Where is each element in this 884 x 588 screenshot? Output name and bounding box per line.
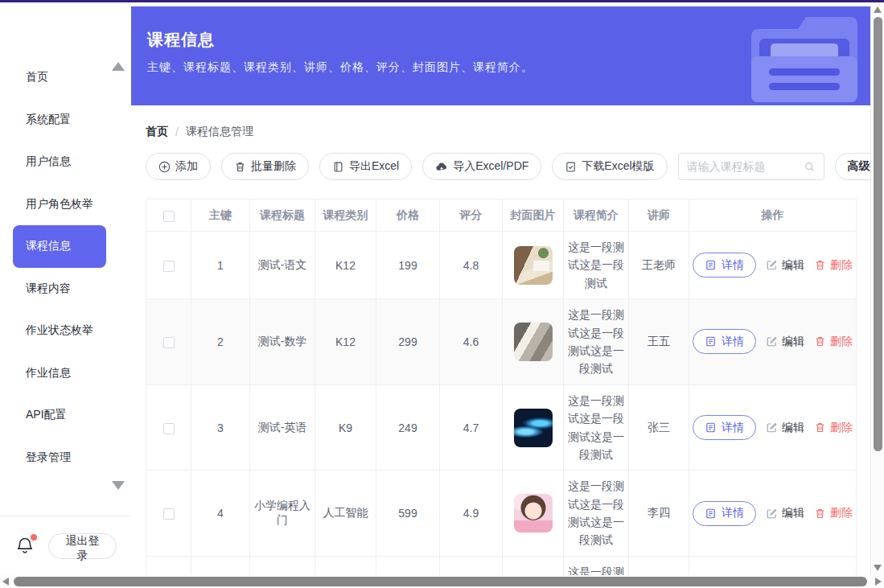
table-row: 3 测试-英语 K9 249 4.7 这是一段测试这是一段测试这是一段测试 张三… — [146, 384, 857, 471]
cell-course-title: 测试-政治 — [250, 556, 315, 575]
column-header: 价格 — [376, 199, 440, 232]
row-checkbox[interactable] — [163, 423, 175, 434]
sidebar-item-label: 课程内容 — [26, 282, 71, 296]
table-row: 4 小学编程入门 人工智能 599 4.9 这是一段测试这是一段测试这是一段测试… — [146, 471, 857, 557]
row-actions: 详情 编辑 删除 — [692, 501, 853, 526]
sidebar-item-label: 登录管理 — [26, 450, 71, 465]
folder-icon — [746, 12, 862, 105]
cell-price: 199 — [376, 232, 440, 299]
export-excel-button[interactable]: 导出Excel — [319, 153, 412, 180]
delete-button[interactable]: 删除 — [814, 335, 853, 349]
trash-icon — [814, 335, 826, 347]
sidebar-item-label: API配置 — [26, 408, 67, 422]
table-row: 2 测试-数学 K12 299 4.6 这是一段测试这是一段测试这是一段测试 王… — [146, 299, 857, 385]
cell-price: 299 — [376, 299, 440, 385]
sidebar-item-作业状态枚举[interactable]: 作业状态枚举 — [0, 310, 131, 352]
search-icon[interactable] — [804, 161, 816, 173]
advanced-search-button[interactable]: 高级搜索 — [835, 153, 870, 180]
sidebar-scroll-down-icon[interactable] — [112, 481, 125, 490]
row-checkbox[interactable] — [163, 508, 175, 520]
table-row: 1 测试-语文 K12 199 4.8 这是一段测试这是一段测试 王老师 详情 … — [146, 232, 857, 299]
document-lines-icon — [705, 259, 717, 271]
sidebar-item-label: 用户角色枚举 — [26, 197, 93, 212]
delete-button[interactable]: 删除 — [814, 421, 853, 435]
add-button[interactable]: 添加 — [146, 153, 211, 180]
cell-category: K12 — [315, 232, 376, 299]
horizontal-scrollbar-thumb[interactable] — [14, 577, 867, 586]
detail-button[interactable]: 详情 — [693, 253, 756, 278]
document-check-icon — [565, 161, 577, 173]
sidebar-item-课程信息[interactable]: 课程信息 — [13, 225, 106, 268]
notification-bell-icon[interactable] — [14, 535, 35, 557]
cell-course-title: 测试-语文 — [250, 232, 315, 299]
detail-button[interactable]: 详情 — [693, 415, 756, 440]
course-table: 主键课程标题课程类别价格评分封面图片课程简介讲师操作 1 测试-语文 K12 1… — [146, 199, 857, 575]
row-actions: 详情 编辑 删除 — [692, 329, 853, 354]
document-lines-icon — [705, 508, 717, 520]
notification-dot — [31, 534, 37, 541]
column-header: 操作 — [689, 199, 857, 232]
edit-button[interactable]: 编辑 — [766, 506, 804, 520]
vertical-scrollbar-thumb[interactable] — [874, 17, 882, 451]
sidebar-item-用户信息[interactable]: 用户信息 — [0, 141, 131, 183]
edit-button[interactable]: 编辑 — [766, 258, 804, 273]
trash-icon — [814, 421, 826, 434]
download-template-button[interactable]: 下载Excel模版 — [552, 153, 667, 180]
cover-image — [514, 323, 553, 361]
breadcrumb: 首页 / 课程信息管理 — [146, 125, 856, 139]
select-all-checkbox[interactable] — [163, 211, 175, 222]
vertical-scrollbar[interactable] — [870, 2, 884, 575]
sidebar-item-系统配置[interactable]: 系统配置 — [0, 99, 131, 142]
sidebar-item-作业信息[interactable]: 作业信息 — [0, 352, 131, 395]
window-top-border — [0, 0, 884, 2]
scroll-right-arrow-icon[interactable] — [875, 578, 882, 586]
row-actions: 详情 编辑 删除 — [692, 415, 853, 440]
sidebar-scroll-up-icon[interactable] — [112, 62, 125, 71]
column-header: 评分 — [440, 199, 503, 232]
row-actions: 详情 编辑 删除 — [692, 253, 853, 278]
cell-teacher: 王老师 — [629, 232, 689, 299]
cell-id: 3 — [191, 384, 250, 471]
cell-price: 249 — [376, 384, 440, 471]
search-input[interactable] — [687, 160, 804, 173]
column-header: 讲师 — [629, 199, 689, 232]
cell-rating: 4.6 — [440, 299, 503, 385]
sidebar-item-课程内容[interactable]: 课程内容 — [0, 268, 131, 310]
row-checkbox[interactable] — [163, 337, 175, 348]
breadcrumb-home[interactable]: 首页 — [146, 125, 168, 139]
edit-button[interactable]: 编辑 — [766, 421, 804, 435]
horizontal-scrollbar[interactable] — [0, 575, 884, 588]
cell-rating: 4.5 — [440, 556, 503, 575]
cover-image — [514, 246, 553, 285]
detail-button[interactable]: 详情 — [693, 329, 756, 354]
batch-delete-button[interactable]: 批量删除 — [221, 153, 309, 180]
sidebar-item-用户角色枚举[interactable]: 用户角色枚举 — [0, 183, 131, 226]
scroll-up-arrow-icon[interactable] — [874, 6, 882, 13]
cell-teacher: 王五 — [629, 299, 689, 385]
sidebar-item-登录管理[interactable]: 登录管理 — [0, 437, 131, 479]
import-excel-button[interactable]: 导入Excel/PDF — [422, 153, 541, 180]
cell-intro: 这是一段测试这是一段测试 — [564, 232, 629, 299]
delete-button[interactable]: 删除 — [814, 258, 853, 273]
breadcrumb-separator: / — [175, 125, 179, 138]
circle-plus-icon — [158, 161, 171, 173]
detail-button[interactable]: 详情 — [693, 501, 756, 526]
page-header-banner: 课程信息 主键、课程标题、课程类别、讲师、价格、评分、封面图片、课程简介。 — [131, 6, 870, 105]
edit-square-icon — [766, 335, 778, 347]
cell-id: 1 — [191, 232, 250, 299]
scroll-left-arrow-icon[interactable] — [2, 578, 9, 586]
logout-button[interactable]: 退出登录 — [48, 533, 117, 559]
document-icon — [332, 161, 344, 173]
cell-category: K12 — [315, 299, 376, 385]
column-header: 课程类别 — [315, 199, 376, 232]
sidebar-item-API配置[interactable]: API配置 — [0, 394, 131, 437]
delete-button[interactable]: 删除 — [814, 506, 853, 520]
scroll-down-arrow-icon[interactable] — [874, 565, 882, 571]
cell-category: K9 — [315, 384, 376, 471]
edit-button[interactable]: 编辑 — [766, 335, 804, 349]
cell-intro: 这是一段测试这是一段测试这是一段测试 — [564, 471, 629, 557]
cell-id: 2 — [191, 299, 250, 385]
sidebar-item-label: 作业信息 — [26, 366, 71, 380]
cell-course-title: 小学编程入门 — [250, 471, 315, 557]
row-checkbox[interactable] — [163, 261, 175, 272]
